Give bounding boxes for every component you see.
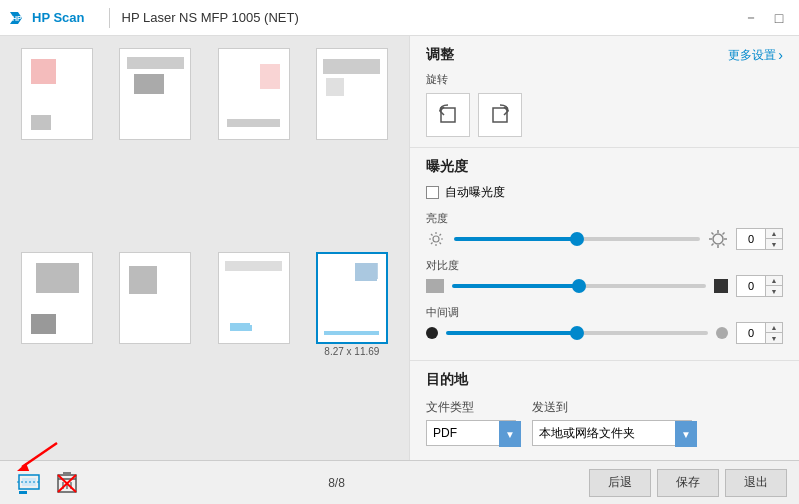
svg-line-11 [440, 234, 442, 236]
bottom-bar: 8/8 后退 保存 退出 [0, 460, 799, 504]
thumbnail-1[interactable] [21, 48, 93, 140]
list-item[interactable] [209, 252, 299, 448]
thumbnail-2[interactable] [119, 48, 191, 140]
adjust-title: 调整 [426, 46, 454, 64]
midtone-value-input[interactable]: 0 [737, 323, 765, 343]
brightness-high-icon [708, 229, 728, 249]
contrast-label: 对比度 [426, 258, 783, 273]
list-item[interactable]: 8.27 x 11.69 [307, 252, 397, 448]
rotate-label: 旋转 [426, 72, 783, 87]
contrast-spin-down[interactable]: ▼ [766, 286, 782, 296]
contrast-slider[interactable] [452, 284, 706, 288]
svg-line-10 [440, 243, 442, 245]
svg-line-18 [712, 233, 714, 235]
brightness-spin-up[interactable]: ▲ [766, 229, 782, 239]
file-type-label: 文件类型 [426, 399, 516, 416]
app-name: HP Scan [32, 10, 85, 25]
svg-line-9 [431, 234, 433, 236]
brightness-spin-down[interactable]: ▼ [766, 239, 782, 249]
auto-exposure-checkbox[interactable] [426, 186, 439, 199]
arrow-indicator [12, 441, 62, 474]
svg-line-34 [22, 443, 57, 467]
list-item[interactable] [110, 48, 200, 244]
list-item[interactable] [12, 252, 102, 448]
svg-line-12 [431, 243, 433, 245]
maximize-button[interactable]: □ [767, 6, 791, 30]
page-count: 8/8 [328, 476, 345, 490]
rotate-subsection: 旋转 [426, 72, 783, 137]
list-item[interactable] [110, 252, 200, 448]
brightness-spin-buttons: ▲ ▼ [765, 229, 782, 249]
svg-point-4 [433, 236, 439, 242]
window-controls: － □ [739, 6, 791, 30]
contrast-row: 对比度 0 ▲ ▼ [426, 258, 783, 297]
send-to-arrow: ▼ [675, 421, 697, 447]
rotate-left-button[interactable] [426, 93, 470, 137]
more-settings-link[interactable]: 更多设置 › [728, 47, 783, 64]
thumbnail-8[interactable] [316, 252, 388, 344]
adjust-section: 调整 更多设置 › 旋转 [410, 36, 799, 148]
title-divider [109, 8, 110, 28]
midtone-label: 中间调 [426, 305, 783, 320]
bottom-buttons: 后退 保存 退出 [589, 469, 787, 497]
app-logo: HP HP Scan [8, 8, 85, 28]
save-button[interactable]: 保存 [657, 469, 719, 497]
more-settings-label: 更多设置 [728, 47, 776, 64]
brightness-value-input[interactable]: 0 [737, 229, 765, 249]
contrast-slider-row: 0 ▲ ▼ [426, 275, 783, 297]
exposure-title: 曝光度 [426, 158, 783, 176]
midtone-dark-icon [426, 327, 438, 339]
svg-rect-24 [19, 491, 27, 494]
thumbnail-3[interactable] [218, 48, 290, 140]
file-type-value: PDF [427, 421, 499, 445]
contrast-spin-buttons: ▲ ▼ [765, 276, 782, 296]
brightness-slider-row: 0 ▲ ▼ [426, 228, 783, 250]
midtone-slider-row: 0 ▲ ▼ [426, 322, 783, 344]
list-item[interactable] [12, 48, 102, 244]
destination-title: 目的地 [426, 371, 783, 389]
brightness-slider[interactable] [454, 237, 700, 241]
minimize-button[interactable]: － [739, 6, 763, 30]
device-name: HP Laser NS MFP 1005 (NET) [122, 10, 299, 25]
brightness-row: 亮度 [426, 211, 783, 250]
file-type-arrow: ▼ [499, 421, 521, 447]
back-button[interactable]: 后退 [589, 469, 651, 497]
list-item[interactable] [307, 48, 397, 244]
exit-button[interactable]: 退出 [725, 469, 787, 497]
auto-exposure-row: 自动曝光度 [426, 184, 783, 201]
midtone-spin-up[interactable]: ▲ [766, 323, 782, 333]
midtone-spin-down[interactable]: ▼ [766, 333, 782, 343]
red-arrow-icon [12, 441, 62, 471]
destination-row: 文件类型 PDF ▼ 发送到 本地或网络文件夹 ▼ [426, 399, 783, 446]
hp-logo-icon: HP [8, 8, 28, 28]
rotate-buttons [426, 93, 783, 137]
contrast-spin-up[interactable]: ▲ [766, 276, 782, 286]
send-to-label: 发送到 [532, 399, 692, 416]
svg-line-20 [723, 233, 725, 235]
thumbnail-7[interactable] [218, 252, 290, 344]
main-content: 8.27 x 11.69 调整 更多设置 › 旋转 [0, 36, 799, 460]
midtone-slider[interactable] [446, 331, 708, 335]
contrast-spinbox: 0 ▲ ▼ [736, 275, 783, 297]
svg-line-21 [712, 244, 714, 246]
rotate-right-button[interactable] [478, 93, 522, 137]
brightness-spinbox: 0 ▲ ▼ [736, 228, 783, 250]
thumbnail-panel: 8.27 x 11.69 [0, 36, 409, 460]
contrast-value-input[interactable]: 0 [737, 276, 765, 296]
brightness-label: 亮度 [426, 211, 783, 226]
thumbnail-5[interactable] [21, 252, 93, 344]
svg-point-13 [713, 234, 723, 244]
adjust-header: 调整 更多设置 › [426, 46, 783, 64]
right-panel: 调整 更多设置 › 旋转 [409, 36, 799, 460]
send-to-select[interactable]: 本地或网络文件夹 ▼ [532, 420, 692, 446]
auto-exposure-label: 自动曝光度 [445, 184, 505, 201]
list-item[interactable] [209, 48, 299, 244]
file-type-select[interactable]: PDF ▼ [426, 420, 516, 446]
contrast-high-icon [714, 279, 728, 293]
thumbnail-6[interactable] [119, 252, 191, 344]
thumbnail-4[interactable] [316, 48, 388, 140]
rotate-right-icon [488, 103, 512, 127]
send-to-value: 本地或网络文件夹 [533, 421, 675, 445]
destination-section: 目的地 文件类型 PDF ▼ 发送到 本地或网络文件夹 ▼ [410, 361, 799, 456]
thumbnail-label: 8.27 x 11.69 [324, 346, 379, 357]
